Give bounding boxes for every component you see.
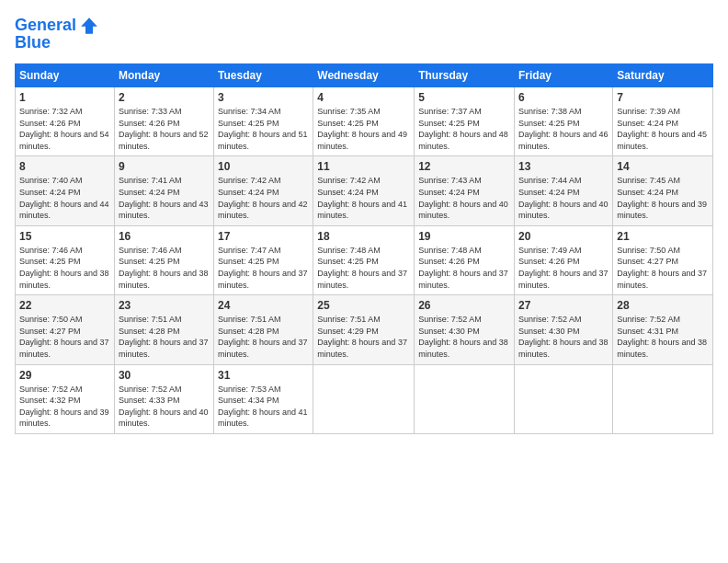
weekday-header-friday: Friday [515, 64, 613, 87]
calendar-cell: 15Sunrise: 7:46 AMSunset: 4:25 PMDayligh… [16, 225, 115, 294]
logo-icon [78, 15, 100, 37]
day-info: Sunrise: 7:48 AMSunset: 4:25 PMDaylight:… [317, 245, 410, 291]
day-info: Sunrise: 7:48 AMSunset: 4:26 PMDaylight:… [418, 245, 510, 291]
weekday-header-wednesday: Wednesday [313, 64, 415, 87]
day-number: 10 [218, 160, 309, 173]
day-info: Sunrise: 7:40 AMSunset: 4:24 PMDaylight:… [19, 175, 110, 221]
calendar-cell [613, 364, 713, 433]
day-number: 3 [218, 91, 309, 104]
weekday-header-row: SundayMondayTuesdayWednesdayThursdayFrid… [16, 64, 713, 87]
day-number: 1 [19, 91, 110, 104]
calendar-cell: 5Sunrise: 7:37 AMSunset: 4:25 PMDaylight… [415, 87, 515, 156]
day-number: 19 [418, 230, 510, 243]
day-info: Sunrise: 7:38 AMSunset: 4:25 PMDaylight:… [518, 106, 609, 152]
day-number: 15 [19, 230, 110, 243]
weekday-header-tuesday: Tuesday [214, 64, 313, 87]
calendar-cell: 31Sunrise: 7:53 AMSunset: 4:34 PMDayligh… [214, 364, 313, 433]
calendar-cell [313, 364, 415, 433]
calendar-week-3: 15Sunrise: 7:46 AMSunset: 4:25 PMDayligh… [16, 225, 713, 294]
calendar-cell: 3Sunrise: 7:34 AMSunset: 4:25 PMDaylight… [214, 87, 313, 156]
day-number: 26 [418, 299, 510, 312]
weekday-header-monday: Monday [114, 64, 213, 87]
calendar-cell: 25Sunrise: 7:51 AMSunset: 4:29 PMDayligh… [313, 295, 415, 364]
day-number: 5 [418, 91, 510, 104]
calendar-cell: 9Sunrise: 7:41 AMSunset: 4:24 PMDaylight… [114, 156, 213, 225]
day-number: 9 [119, 160, 210, 173]
day-number: 28 [617, 299, 709, 312]
calendar-cell: 17Sunrise: 7:47 AMSunset: 4:25 PMDayligh… [214, 225, 313, 294]
day-number: 12 [418, 160, 510, 173]
day-info: Sunrise: 7:52 AMSunset: 4:31 PMDaylight:… [617, 314, 709, 360]
day-info: Sunrise: 7:32 AMSunset: 4:26 PMDaylight:… [19, 106, 110, 152]
day-info: Sunrise: 7:52 AMSunset: 4:33 PMDaylight:… [119, 384, 210, 430]
calendar-cell: 16Sunrise: 7:46 AMSunset: 4:25 PMDayligh… [114, 225, 213, 294]
day-number: 6 [518, 91, 609, 104]
day-number: 21 [617, 230, 709, 243]
day-info: Sunrise: 7:50 AMSunset: 4:27 PMDaylight:… [19, 314, 110, 360]
calendar-cell [515, 364, 613, 433]
weekday-header-sunday: Sunday [16, 64, 115, 87]
calendar-cell: 6Sunrise: 7:38 AMSunset: 4:25 PMDaylight… [515, 87, 613, 156]
calendar-table: SundayMondayTuesdayWednesdayThursdayFrid… [15, 63, 713, 434]
day-number: 2 [119, 91, 210, 104]
calendar-cell: 28Sunrise: 7:52 AMSunset: 4:31 PMDayligh… [613, 295, 713, 364]
calendar-cell: 22Sunrise: 7:50 AMSunset: 4:27 PMDayligh… [16, 295, 115, 364]
day-number: 4 [317, 91, 410, 104]
day-info: Sunrise: 7:52 AMSunset: 4:30 PMDaylight:… [418, 314, 510, 360]
calendar-cell: 12Sunrise: 7:43 AMSunset: 4:24 PMDayligh… [415, 156, 515, 225]
day-number: 8 [19, 160, 110, 173]
calendar-cell: 1Sunrise: 7:32 AMSunset: 4:26 PMDaylight… [16, 87, 115, 156]
logo-text: General [15, 17, 76, 35]
day-number: 24 [218, 299, 309, 312]
calendar-cell: 30Sunrise: 7:52 AMSunset: 4:33 PMDayligh… [114, 364, 213, 433]
day-info: Sunrise: 7:39 AMSunset: 4:24 PMDaylight:… [617, 106, 709, 152]
calendar-cell: 2Sunrise: 7:33 AMSunset: 4:26 PMDaylight… [114, 87, 213, 156]
day-number: 13 [518, 160, 609, 173]
day-info: Sunrise: 7:52 AMSunset: 4:30 PMDaylight:… [518, 314, 609, 360]
calendar-week-4: 22Sunrise: 7:50 AMSunset: 4:27 PMDayligh… [16, 295, 713, 364]
calendar-cell: 27Sunrise: 7:52 AMSunset: 4:30 PMDayligh… [515, 295, 613, 364]
day-number: 31 [218, 369, 309, 382]
calendar-cell: 20Sunrise: 7:49 AMSunset: 4:26 PMDayligh… [515, 225, 613, 294]
weekday-header-thursday: Thursday [415, 64, 515, 87]
day-number: 16 [119, 230, 210, 243]
day-info: Sunrise: 7:42 AMSunset: 4:24 PMDaylight:… [218, 175, 309, 221]
day-info: Sunrise: 7:51 AMSunset: 4:28 PMDaylight:… [119, 314, 210, 360]
calendar-cell: 8Sunrise: 7:40 AMSunset: 4:24 PMDaylight… [16, 156, 115, 225]
day-info: Sunrise: 7:51 AMSunset: 4:28 PMDaylight:… [218, 314, 309, 360]
day-number: 23 [119, 299, 210, 312]
page-container: General Blue SundayMondayTuesdayWednesda… [0, 0, 728, 443]
day-info: Sunrise: 7:50 AMSunset: 4:27 PMDaylight:… [617, 245, 709, 291]
weekday-header-saturday: Saturday [613, 64, 713, 87]
logo: General Blue [15, 15, 100, 52]
day-number: 17 [218, 230, 309, 243]
day-number: 20 [518, 230, 609, 243]
day-info: Sunrise: 7:43 AMSunset: 4:24 PMDaylight:… [418, 175, 510, 221]
calendar-cell: 29Sunrise: 7:52 AMSunset: 4:32 PMDayligh… [16, 364, 115, 433]
calendar-cell: 19Sunrise: 7:48 AMSunset: 4:26 PMDayligh… [415, 225, 515, 294]
day-number: 18 [317, 230, 410, 243]
day-number: 25 [317, 299, 410, 312]
calendar-cell: 23Sunrise: 7:51 AMSunset: 4:28 PMDayligh… [114, 295, 213, 364]
day-number: 14 [617, 160, 709, 173]
calendar-cell: 21Sunrise: 7:50 AMSunset: 4:27 PMDayligh… [613, 225, 713, 294]
day-number: 11 [317, 160, 410, 173]
day-info: Sunrise: 7:37 AMSunset: 4:25 PMDaylight:… [418, 106, 510, 152]
page-header: General Blue [15, 15, 713, 52]
day-info: Sunrise: 7:41 AMSunset: 4:24 PMDaylight:… [119, 175, 210, 221]
calendar-cell: 18Sunrise: 7:48 AMSunset: 4:25 PMDayligh… [313, 225, 415, 294]
calendar-cell: 24Sunrise: 7:51 AMSunset: 4:28 PMDayligh… [214, 295, 313, 364]
calendar-cell: 11Sunrise: 7:42 AMSunset: 4:24 PMDayligh… [313, 156, 415, 225]
day-number: 27 [518, 299, 609, 312]
calendar-cell: 10Sunrise: 7:42 AMSunset: 4:24 PMDayligh… [214, 156, 313, 225]
calendar-week-5: 29Sunrise: 7:52 AMSunset: 4:32 PMDayligh… [16, 364, 713, 433]
day-info: Sunrise: 7:51 AMSunset: 4:29 PMDaylight:… [317, 314, 410, 360]
day-info: Sunrise: 7:35 AMSunset: 4:25 PMDaylight:… [317, 106, 410, 152]
day-info: Sunrise: 7:52 AMSunset: 4:32 PMDaylight:… [19, 384, 110, 430]
day-info: Sunrise: 7:49 AMSunset: 4:26 PMDaylight:… [518, 245, 609, 291]
day-info: Sunrise: 7:47 AMSunset: 4:25 PMDaylight:… [218, 245, 309, 291]
day-number: 30 [119, 369, 210, 382]
day-info: Sunrise: 7:46 AMSunset: 4:25 PMDaylight:… [119, 245, 210, 291]
day-info: Sunrise: 7:53 AMSunset: 4:34 PMDaylight:… [218, 384, 309, 430]
day-number: 22 [19, 299, 110, 312]
